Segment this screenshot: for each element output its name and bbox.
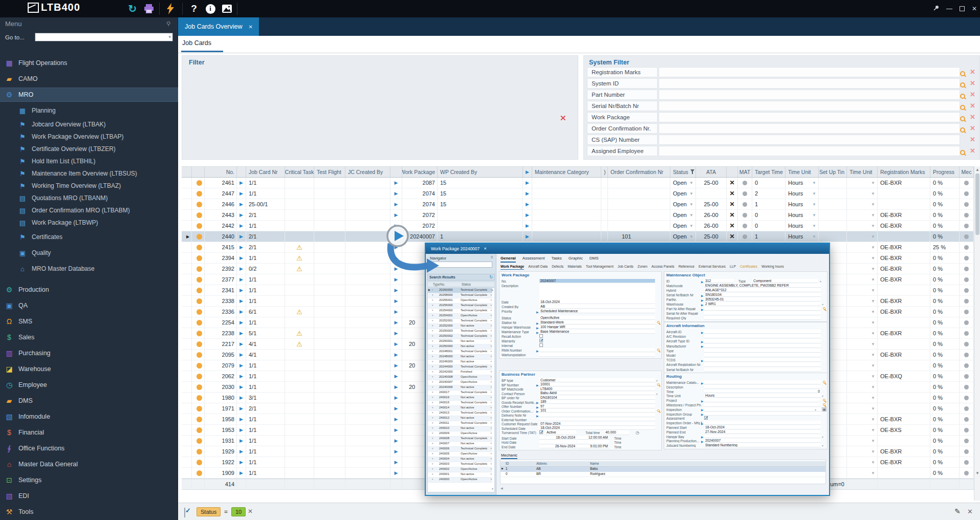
field-value[interactable]: 07-Nov-2024 [539, 422, 655, 426]
nav-result-row[interactable]: ▾240003Technical Completion▾ [428, 462, 492, 467]
cell-arr3[interactable]: ▶ [523, 188, 532, 199]
field-value[interactable] [704, 407, 821, 411]
cell-status[interactable]: Open▼ [670, 178, 696, 188]
field-value[interactable]: Component [752, 279, 818, 283]
system-filter-input[interactable] [659, 67, 960, 77]
sidebar-item-purchasing[interactable]: ▥Purchasing [0, 346, 178, 360]
tab-graphic[interactable]: Graphic [569, 256, 583, 263]
cell-exp[interactable]: ▶ [237, 393, 246, 403]
field-arrow-icon[interactable]: ▶ [536, 414, 539, 418]
search-icon[interactable] [657, 383, 660, 386]
chevron-down-icon[interactable]: ▾ [820, 279, 821, 283]
clear-icon[interactable]: ✕ [970, 79, 975, 87]
nav-result-row[interactable]: ▾240001Not active▾ [428, 472, 492, 478]
column-header-mec[interactable]: Mec [960, 167, 974, 177]
tab-tasks[interactable]: Tasks [551, 256, 561, 263]
field-value[interactable]: 18-Oct-2024 [539, 426, 655, 430]
field-value[interactable] [539, 413, 655, 417]
cell-tu2[interactable]: ▼ [847, 414, 878, 424]
field-value[interactable]: Scheduled Maintenance [539, 309, 655, 313]
sidebar-item-financial[interactable]: $Financial [0, 425, 178, 440]
subtab-certificates[interactable]: Certificates [740, 265, 757, 270]
cell-tu2[interactable]: ▼ [847, 231, 878, 242]
cell-tu2[interactable]: ▼ [847, 264, 878, 274]
clear-icon[interactable]: ✕ [970, 68, 975, 76]
field-value[interactable] [539, 348, 655, 352]
sidebar-item-edi[interactable]: ▧EDI [0, 489, 178, 503]
cell-exp[interactable]: ▶ [237, 178, 246, 188]
search-icon[interactable] [823, 381, 825, 383]
chevron-down-icon[interactable]: ▾ [822, 302, 823, 306]
search-icon[interactable] [960, 103, 965, 112]
cell-tu2[interactable]: ▼ [847, 350, 878, 360]
cell-status[interactable]: Open▼ [670, 188, 696, 199]
field-value[interactable]: 18-Oct-2024 [704, 425, 821, 429]
filter-funnel-icon[interactable] [690, 169, 694, 175]
cell-status[interactable]: Open▼ [670, 210, 696, 220]
field-value[interactable] [704, 307, 821, 311]
cell-exp[interactable]: ▶ [237, 360, 246, 371]
search-icon[interactable] [960, 80, 965, 90]
cell-arr3[interactable]: ▶ [523, 221, 532, 231]
clear-filter-icon[interactable]: ✕ [560, 114, 567, 123]
nav-result-row[interactable]: ▾20250003Technical Completion▾ [428, 329, 492, 334]
field-arrow-icon[interactable]: ▶ [701, 435, 704, 439]
cell-arr2[interactable]: ▶ [390, 382, 402, 392]
cell-exp[interactable]: ▶ [237, 457, 246, 467]
column-header-test[interactable]: Test Flight [314, 167, 345, 177]
field-value[interactable]: 0 [704, 389, 821, 394]
pin-icon[interactable]: ⚲ [166, 20, 170, 27]
table-row[interactable]: 2461▶1/1▶208715▶Open▼25-00✕0Hours▼▼OE-BX… [182, 178, 974, 188]
nav-result-row[interactable]: ▾20254001Open/Active▾ [428, 314, 492, 319]
cell-exp[interactable]: ▶ [237, 264, 246, 274]
cell-arr2[interactable]: ▶ [390, 178, 402, 188]
nav-result-row[interactable]: ▾20256000Technical Completion▾ [428, 304, 492, 309]
clear-icon[interactable]: ✕ [970, 147, 975, 155]
sidebar-item-mro-master-database[interactable]: ⌂MRO Master Database [0, 262, 178, 276]
field-value[interactable]: 40.000 [604, 430, 629, 435]
refresh-icon[interactable]: ↻ [125, 0, 140, 17]
cell-arr2[interactable]: ▶ [390, 285, 402, 295]
column-header-marker[interactable] [182, 167, 192, 177]
subtab-access-panels[interactable]: Access Panels [651, 265, 674, 270]
cell-arr2[interactable]: ▶ [390, 328, 402, 338]
work-package-window[interactable]: Work Package 20240007 ✕ Navigator ⚲ Sear… [425, 243, 830, 496]
search-icon[interactable] [823, 403, 825, 406]
field-arrow-icon[interactable]: ▶ [701, 359, 704, 362]
table-row[interactable]: 2443▶2/1▶2072▶Open▼26-00✕0Hours▼▼OE-BXR0… [182, 210, 974, 221]
cell-arr2[interactable]: ▶ [390, 307, 402, 317]
field-value[interactable] [704, 353, 821, 357]
cell-tu2[interactable]: ▼ [847, 317, 878, 328]
window-close-icon[interactable]: ✕ [484, 247, 487, 251]
column-header-arr2[interactable] [390, 167, 402, 177]
nav-result-row[interactable]: ▾20250000Not active▾ [428, 344, 492, 350]
chevron-down-icon[interactable]: ▾ [656, 379, 658, 382]
nav-result-row[interactable]: ▾240011Technical Completion▾ [428, 421, 492, 426]
field-value[interactable] [704, 385, 821, 389]
subtab-materials[interactable]: Materials [568, 265, 582, 270]
tab-job-cards-overview[interactable]: Job Cards Overview ✕ [178, 17, 259, 36]
field-checkbox[interactable] [539, 334, 543, 338]
sidebar-item-sales[interactable]: $Sales [0, 330, 178, 344]
column-header-crit[interactable]: Critical Task [285, 167, 314, 177]
system-filter-input[interactable] [659, 112, 960, 122]
cell-tu2[interactable]: ▼ [847, 285, 878, 295]
column-header-exp[interactable] [237, 167, 246, 177]
cell-exp[interactable]: ▶ [237, 468, 246, 478]
field-value[interactable]: Standard Numbering [704, 443, 821, 447]
nav-result-row[interactable]: ▾240007Not active▾ [428, 442, 492, 447]
column-header-xcol[interactable] [727, 167, 738, 177]
scroll-up-icon[interactable]: ▲ [975, 167, 979, 172]
sidebar-item-mro[interactable]: ⚙MRO [0, 88, 178, 102]
field-value[interactable]: 18-Oct-2024 [539, 300, 655, 304]
field-value[interactable]: Standard-Werk [539, 320, 655, 324]
subtab-job-cards[interactable]: Job Cards [618, 265, 634, 270]
cell-arr2[interactable]: ▶ [390, 446, 402, 457]
cell-arr2[interactable]: ▶ [390, 253, 402, 263]
field-value[interactable] [704, 334, 821, 338]
cell-tu2[interactable]: ▼ [847, 446, 878, 457]
cell-arr2[interactable]: ▶ [390, 221, 402, 231]
chevron-down-icon[interactable]: ▾ [822, 444, 823, 447]
cell-arr2[interactable]: ▶ [390, 436, 402, 446]
cell-tu2[interactable]: ▼ [847, 468, 878, 478]
